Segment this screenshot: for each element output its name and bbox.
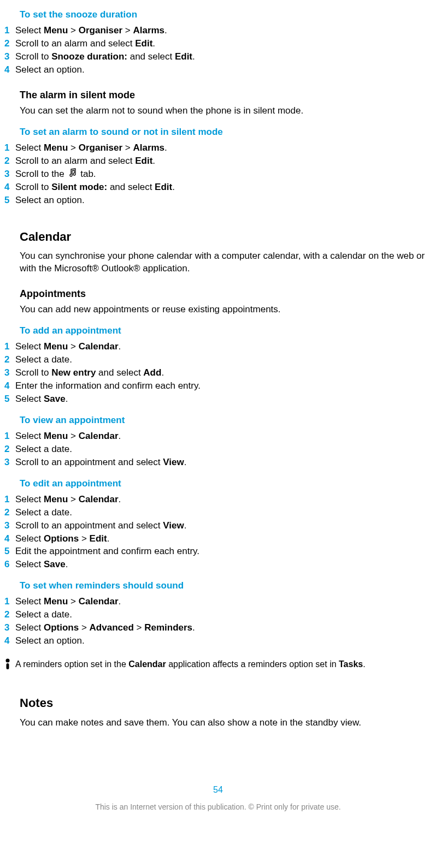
bold-text: Organiser [79,25,122,35]
step-number: 2 [0,354,15,366]
step-row: 2Select a date. [20,443,436,456]
task-title-reminders: To set when reminders should sound [20,580,436,592]
step-row: 1Select Menu > Calendar. [20,341,436,353]
step-number: 1 [0,142,15,154]
bold-text: Edit [155,182,172,192]
step-row: 2Select a date. [20,507,436,519]
step-text: Scroll to an alarm and select Edit. [15,155,436,168]
bold-text: Advanced [90,622,134,633]
body-silent-mode: You can set the alarm not to sound when … [20,105,436,117]
step-row: 4Select an option. [20,64,436,76]
step-number: 6 [0,558,15,571]
bold-text: Add [143,367,161,378]
heading-appointments: Appointments [20,287,436,300]
step-row: 4Scroll to Silent mode: and select Edit. [20,181,436,194]
step-row: 1Select Menu > Organiser > Alarms. [20,142,436,154]
task-title-view-appt: To view an appointment [20,414,436,427]
bold-text: Calendar [79,596,119,607]
bold-text: Edit [135,38,152,49]
heading-silent-mode: The alarm in silent mode [20,88,436,102]
step-number: 1 [0,341,15,353]
steps-view-appt: 1Select Menu > Calendar.2Select a date.3… [20,430,436,469]
bold-text: View [163,457,184,467]
step-number: 5 [0,393,15,406]
step-row: 1Select Menu > Calendar. [20,596,436,608]
task-title-edit-appt: To edit an appointment [20,478,436,490]
step-text: Edit the appointment and confirm each en… [15,545,436,558]
bold-text: Edit [135,156,152,166]
page-number: 54 [0,784,436,796]
step-text: Select Menu > Organiser > Alarms. [15,25,436,37]
step-text: Enter the information and confirm each e… [15,380,436,393]
task-title-silent: To set an alarm to sound or not in silen… [20,126,436,139]
step-text: Select a date. [15,609,436,621]
bold-text: Menu [44,596,68,607]
step-text: Select Menu > Calendar. [15,596,436,608]
step-number: 1 [0,596,15,608]
step-row: 3Scroll to Snooze duration: and select E… [20,51,436,63]
step-number: 5 [0,194,15,207]
step-number: 3 [0,51,15,63]
step-number: 1 [0,25,15,37]
step-row: 3Scroll to an appointment and select Vie… [20,456,436,469]
step-text: Select Menu > Calendar. [15,430,436,443]
bold-text: New entry [51,367,96,378]
step-text: Scroll to Snooze duration: and select Ed… [15,51,436,63]
bold-text: Save [44,394,66,404]
bold-text: Calendar [79,431,119,441]
step-row: 1Select Menu > Calendar. [20,494,436,506]
step-text: Select an option. [15,194,436,207]
bold-text: Snooze duration: [51,51,127,62]
step-number: 4 [0,64,15,76]
step-row: 1Select Menu > Calendar. [20,430,436,443]
step-row: 1Select Menu > Organiser > Alarms. [20,25,436,37]
bold-text: Menu [44,25,68,35]
step-number: 4 [0,533,15,545]
step-number: 4 [0,635,15,647]
step-text: Scroll to Silent mode: and select Edit. [15,181,436,194]
step-number: 2 [0,507,15,519]
bold-text: Edit [90,533,107,544]
step-row: 3Scroll to the tab. [20,168,436,181]
bold-text: Options [44,622,79,633]
step-text: Scroll to the tab. [15,168,436,181]
step-text: Select Save. [15,558,436,571]
bold-text: Tasks [339,659,363,669]
exclamation-icon [0,658,15,673]
step-number: 1 [0,430,15,443]
steps-add-appt: 1Select Menu > Calendar.2Select a date.3… [20,341,436,406]
step-text: Select a date. [15,507,436,519]
step-number: 3 [0,367,15,379]
step-number: 2 [0,155,15,168]
step-number: 1 [0,494,15,506]
music-icon [68,168,77,181]
bold-text: Alarms [133,25,164,35]
step-row: 2Select a date. [20,354,436,366]
step-number: 2 [0,609,15,621]
steps-reminders: 1Select Menu > Calendar.2Select a date.3… [20,596,436,647]
heading-calendar: Calendar [20,229,436,245]
step-text: Scroll to an appointment and select View… [15,456,436,469]
step-text: Select Options > Edit. [15,533,436,545]
step-number: 3 [0,168,15,181]
steps-silent: 1Select Menu > Organiser > Alarms.2Scrol… [20,142,436,207]
step-number: 5 [0,545,15,558]
step-row: 3Scroll to New entry and select Add. [20,367,436,379]
step-row: 2Scroll to an alarm and select Edit. [20,38,436,50]
body-calendar: You can synchronise your phone calendar … [20,250,436,275]
step-text: Select a date. [15,443,436,456]
bold-text: Reminders [144,622,192,633]
step-row: 4Select an option. [20,635,436,647]
bold-text: Menu [44,431,68,441]
bold-text: Options [44,533,79,544]
step-text: Scroll to New entry and select Add. [15,367,436,379]
step-text: Select an option. [15,64,436,76]
step-text: Select Save. [15,393,436,406]
note-text: A reminders option set in the Calendar a… [15,658,436,673]
task-title-add-appt: To add an appointment [20,325,436,337]
note-reminder: A reminders option set in the Calendar a… [20,658,436,673]
bold-text: View [163,520,184,531]
bold-text: Silent mode: [51,182,107,192]
steps-edit-appt: 1Select Menu > Calendar.2Select a date.3… [20,494,436,572]
bold-text: Menu [44,341,68,352]
